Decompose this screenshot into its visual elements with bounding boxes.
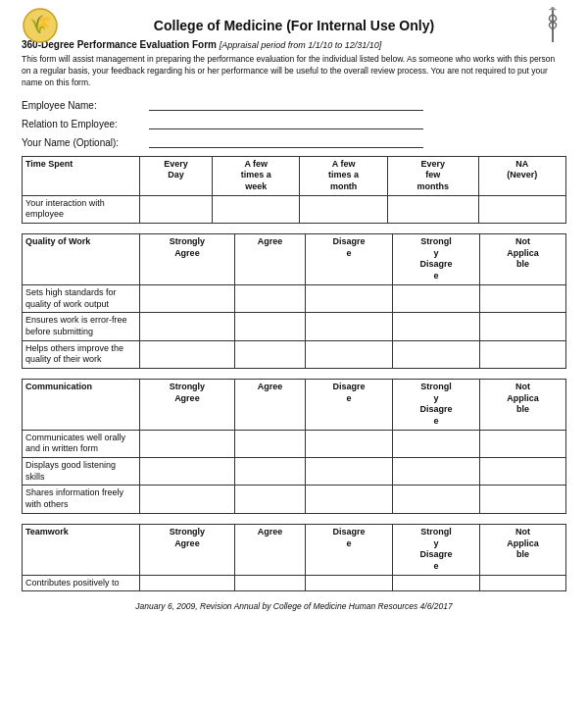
cell[interactable] (234, 430, 305, 457)
cell[interactable] (393, 486, 480, 513)
relation-field: Relation to Employee: (22, 116, 566, 129)
cell[interactable] (234, 340, 305, 368)
table-row: Displays good listening skills (23, 458, 566, 486)
cell[interactable] (300, 195, 387, 223)
col-every-few-months: Everyfewmonths (387, 156, 478, 195)
col-not-applicable: NotApplicable (480, 379, 566, 430)
svg-text:🌾: 🌾 (29, 14, 52, 35)
communication-table: Communication StronglyAgree Agree Disagr… (22, 379, 566, 514)
cell[interactable] (480, 340, 566, 368)
cell[interactable] (480, 430, 566, 457)
cell[interactable] (478, 195, 565, 223)
cell[interactable] (234, 313, 305, 340)
cell[interactable] (234, 486, 305, 513)
row-high-standards: Sets high standards for quality of work … (23, 284, 140, 312)
time-spent-table: Time Spent EveryDay A fewtimes aweek A f… (22, 156, 566, 224)
cell[interactable] (213, 195, 300, 223)
cell[interactable] (306, 340, 393, 368)
col-every-day: EveryDay (140, 156, 213, 195)
cell[interactable] (306, 284, 393, 312)
cell[interactable] (234, 284, 305, 312)
cell[interactable] (393, 313, 480, 340)
col-few-times-month: A fewtimes amonth (300, 156, 387, 195)
logo-right-icon (539, 7, 566, 44)
employee-name-field: Employee Name: (22, 97, 566, 111)
communication-header: Communication (23, 379, 140, 430)
col-strongly-disagree: StronglyDisagree (393, 524, 480, 575)
table-row: Ensures work is error-free before submit… (23, 313, 566, 340)
cell[interactable] (480, 575, 566, 591)
cell[interactable] (140, 458, 235, 486)
cell[interactable] (480, 458, 566, 486)
cell[interactable] (306, 458, 393, 486)
cell[interactable] (393, 458, 480, 486)
quality-of-work-table: Quality of Work StronglyAgree Agree Disa… (22, 233, 566, 369)
cell[interactable] (480, 486, 566, 513)
cell[interactable] (140, 284, 235, 312)
table-row: Shares information freely with others (23, 486, 566, 513)
col-not-applicable: NotApplicable (480, 234, 566, 285)
col-disagree: Disagree (306, 524, 393, 575)
cell[interactable] (140, 313, 235, 340)
col-not-applicable: NotApplicable (480, 524, 566, 575)
cell[interactable] (140, 486, 235, 513)
col-strongly-agree: StronglyAgree (140, 524, 235, 575)
col-strongly-disagree: StronglyDisagree (393, 379, 480, 430)
teamwork-header: Teamwork (23, 524, 140, 575)
cell[interactable] (140, 575, 235, 591)
col-agree: Agree (234, 379, 305, 430)
cell[interactable] (480, 284, 566, 312)
row-listening: Displays good listening skills (23, 458, 140, 486)
row-helps-others: Helps others improve the quality of thei… (23, 340, 140, 368)
cell[interactable] (387, 195, 478, 223)
your-name-input[interactable] (149, 134, 423, 148)
col-disagree: Disagree (306, 379, 393, 430)
cell[interactable] (306, 313, 393, 340)
employee-name-input[interactable] (149, 97, 423, 111)
svg-point-3 (551, 7, 555, 11)
form-title: 360-Degree Performance Evaluation Form [… (22, 39, 566, 50)
cell[interactable] (306, 430, 393, 457)
cell[interactable] (393, 575, 480, 591)
table-row: Sets high standards for quality of work … (23, 284, 566, 312)
col-strongly-agree: StronglyAgree (140, 234, 235, 285)
cell[interactable] (393, 340, 480, 368)
cell[interactable] (393, 430, 480, 457)
page-title: College of Medicine (For Internal Use On… (154, 18, 434, 33)
col-strongly-disagree: StronglyDisagree (393, 234, 480, 285)
table-row: Your interaction with employee (23, 195, 566, 223)
col-disagree: Disagree (306, 234, 393, 285)
logo-left-icon: 🌾 (22, 7, 59, 44)
teamwork-table: Teamwork StronglyAgree Agree Disagree St… (22, 524, 566, 591)
your-name-label: Your Name (Optional): (22, 137, 149, 148)
table-row: Helps others improve the quality of thei… (23, 340, 566, 368)
cell[interactable] (306, 486, 393, 513)
cell[interactable] (306, 575, 393, 591)
col-na-never: NA(Never) (478, 156, 565, 195)
col-strongly-agree: StronglyAgree (140, 379, 235, 430)
table-row: Contributes positively to (23, 575, 566, 591)
table-row: Communicates well orally and in written … (23, 430, 566, 457)
employee-name-label: Employee Name: (22, 100, 149, 111)
row-contributes: Contributes positively to (23, 575, 140, 591)
cell[interactable] (140, 195, 213, 223)
row-interaction: Your interaction with employee (23, 195, 140, 223)
col-agree: Agree (234, 524, 305, 575)
cell[interactable] (140, 430, 235, 457)
row-shares-info: Shares information freely with others (23, 486, 140, 513)
relation-input[interactable] (149, 116, 423, 129)
cell[interactable] (393, 284, 480, 312)
row-communicates-well: Communicates well orally and in written … (23, 430, 140, 457)
your-name-field: Your Name (Optional): (22, 134, 566, 148)
cell[interactable] (480, 313, 566, 340)
row-error-free: Ensures work is error-free before submit… (23, 313, 140, 340)
col-few-times-week: A fewtimes aweek (213, 156, 300, 195)
cell[interactable] (234, 458, 305, 486)
relation-label: Relation to Employee: (22, 119, 149, 129)
cell[interactable] (140, 340, 235, 368)
quality-header: Quality of Work (23, 234, 140, 285)
cell[interactable] (234, 575, 305, 591)
form-description: This form will assist management in prep… (22, 54, 566, 89)
page-header: 🌾 College of Medicine (For Internal Use … (22, 18, 566, 33)
col-agree: Agree (234, 234, 305, 285)
